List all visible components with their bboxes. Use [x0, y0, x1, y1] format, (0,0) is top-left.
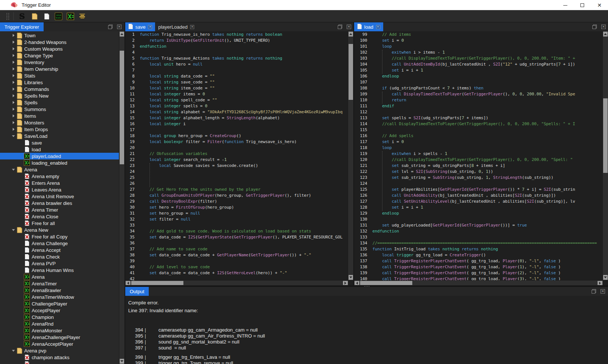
scroll-right-icon[interactable] — [343, 281, 348, 285]
editor-left-hscrollbar[interactable] — [125, 280, 348, 285]
output-tab[interactable]: Output — [125, 287, 149, 296]
tree-item[interactable]: Stats — [0, 72, 119, 79]
editor-right-hscroll-thumb[interactable] — [360, 281, 412, 285]
scroll-down-icon[interactable] — [603, 275, 608, 280]
scroll-up-icon[interactable] — [349, 32, 353, 37]
tree-item[interactable]: Arena empty — [0, 173, 119, 180]
tree-item[interactable]: Item Ownership — [0, 66, 119, 72]
chevron-expanded-icon[interactable] — [10, 350, 16, 352]
output-close-icon[interactable]: ✕ — [601, 289, 605, 294]
tree-item[interactable]: ArenaTimerWindow — [0, 294, 119, 300]
tree-item[interactable]: Arena Check — [0, 253, 119, 260]
tree-item[interactable]: AcceptPlayer — [0, 307, 119, 314]
tab-close-icon[interactable]: ✕ — [148, 25, 152, 29]
tree-item[interactable]: Leaves Arena — [0, 186, 119, 193]
explorer-vscrollbar[interactable] — [119, 31, 125, 364]
tree-item[interactable]: ArenaTimer — [0, 280, 119, 287]
tree-item[interactable]: Arena Unit Remove — [0, 193, 119, 200]
tree-item[interactable]: Arena brawler dies — [0, 200, 119, 206]
explorer-title-tab[interactable]: Trigger Explorer — [0, 22, 44, 31]
editor-left-vscrollbar[interactable] — [348, 31, 353, 280]
tree-item[interactable] — [0, 361, 119, 364]
editor-right-vscroll-thumb[interactable] — [603, 98, 608, 173]
chevron-collapsed-icon[interactable] — [10, 41, 16, 44]
tree-item[interactable]: Arena — [0, 273, 119, 280]
explorer-close-icon[interactable]: ✕ — [117, 25, 122, 29]
chevron-expanded-icon[interactable] — [10, 229, 16, 231]
tab-playerLoaded[interactable]: playerLoaded✕ — [155, 22, 197, 31]
binary-code-icon[interactable]: 10100101 — [54, 12, 63, 20]
tree-item[interactable]: Arena Timer — [0, 206, 119, 213]
chevron-collapsed-icon[interactable] — [10, 47, 16, 50]
tab-close-icon[interactable]: ✕ — [190, 25, 194, 29]
toolbar-drag-handle[interactable] — [6, 13, 10, 20]
tree-item[interactable]: champion attacks — [0, 354, 119, 361]
tree-item[interactable]: Custom Weapons — [0, 45, 119, 52]
tree-item[interactable]: Arena Challenge — [0, 240, 119, 247]
tree-item[interactable]: Arena New — [0, 227, 119, 233]
script-icon[interactable] — [66, 12, 75, 20]
scroll-down-icon[interactable] — [349, 275, 353, 280]
chevron-collapsed-icon[interactable] — [10, 101, 16, 104]
scroll-up-icon[interactable] — [120, 32, 124, 37]
tree-item[interactable]: ArenaMonster — [0, 327, 119, 334]
tree-item[interactable]: Arena pvp — [0, 347, 119, 354]
tree-item[interactable]: loading_enabled — [0, 159, 119, 166]
tree-item[interactable]: Town — [0, 32, 119, 39]
tab-load[interactable]: load✕ — [354, 22, 383, 31]
editor-right-hscrollbar[interactable] — [354, 280, 603, 285]
chevron-expanded-icon[interactable] — [10, 169, 16, 171]
scroll-s-icon[interactable]: S — [18, 12, 26, 20]
chevron-collapsed-icon[interactable] — [10, 81, 16, 84]
chevron-collapsed-icon[interactable] — [10, 128, 16, 131]
tree-item[interactable]: ChallengePlayer — [0, 300, 119, 307]
tree-item[interactable]: ArenaBrawler — [0, 287, 119, 294]
tree-item[interactable]: Item Drops — [0, 126, 119, 133]
explorer-vscroll-thumb[interactable] — [120, 51, 124, 164]
chevron-collapsed-icon[interactable] — [10, 121, 16, 124]
tree-item[interactable]: Arena PVP — [0, 260, 119, 267]
chevron-collapsed-icon[interactable] — [10, 108, 16, 111]
tree-item[interactable]: Arena Close — [0, 213, 119, 220]
tree-item[interactable]: Items — [0, 113, 119, 119]
tree-item[interactable]: Free for all — [0, 220, 119, 227]
editor-left-hscroll-thumb[interactable] — [131, 281, 183, 285]
tree-item[interactable]: Free for all Copy — [0, 233, 119, 240]
chevron-collapsed-icon[interactable] — [10, 114, 16, 117]
tab-close-icon[interactable]: ✕ — [376, 25, 380, 29]
chevron-collapsed-icon[interactable] — [10, 61, 16, 64]
explorer-float-icon[interactable] — [108, 25, 113, 29]
chevron-collapsed-icon[interactable] — [10, 54, 16, 57]
editor-left-vscroll-thumb[interactable] — [349, 44, 353, 100]
tree-item[interactable]: ArenaChallengePlayer — [0, 334, 119, 341]
tree-item[interactable]: Libraries — [0, 79, 119, 86]
tree-item[interactable]: load — [0, 146, 119, 153]
tree-item[interactable]: save — [0, 139, 119, 146]
tree-item[interactable]: Enters Arena — [0, 180, 119, 186]
tree-item[interactable]: Inventory — [0, 59, 119, 66]
tree-item[interactable]: playerLoaded — [0, 153, 119, 159]
output-float-icon[interactable] — [592, 289, 596, 294]
chevron-collapsed-icon[interactable] — [10, 67, 16, 70]
minimize-button[interactable] — [557, 0, 574, 10]
chevron-expanded-icon[interactable] — [10, 135, 16, 137]
chevron-collapsed-icon[interactable] — [10, 74, 16, 77]
code-editor-save[interactable]: 1function Trig_newsave_is_hero takes not… — [125, 31, 348, 280]
editor-right-vscrollbar[interactable] — [602, 31, 608, 280]
chevron-collapsed-icon[interactable] — [10, 34, 16, 37]
scroll-up-icon[interactable] — [603, 32, 608, 37]
tree-item[interactable]: Spells New — [0, 92, 119, 99]
chevron-collapsed-icon[interactable] — [10, 94, 16, 97]
scroll-right-icon[interactable] — [598, 281, 602, 285]
new-document-icon[interactable] — [42, 12, 51, 20]
close-button[interactable]: ✕ — [591, 0, 608, 10]
tree-item[interactable]: ArenaAcceptPlayer — [0, 341, 119, 347]
tab-save[interactable]: save✕ — [125, 22, 155, 31]
maximize-button[interactable] — [574, 0, 591, 10]
code-editor-load[interactable]: 99 // Add items100 set i = 0101 loop102 … — [354, 31, 603, 280]
tree-item[interactable]: Arena — [0, 166, 119, 173]
scroll-left-icon[interactable] — [126, 281, 130, 285]
text-lines-icon[interactable] — [78, 12, 86, 20]
tree-item[interactable]: Arena Human Wins — [0, 267, 119, 273]
tree-item[interactable]: Champion — [0, 314, 119, 320]
